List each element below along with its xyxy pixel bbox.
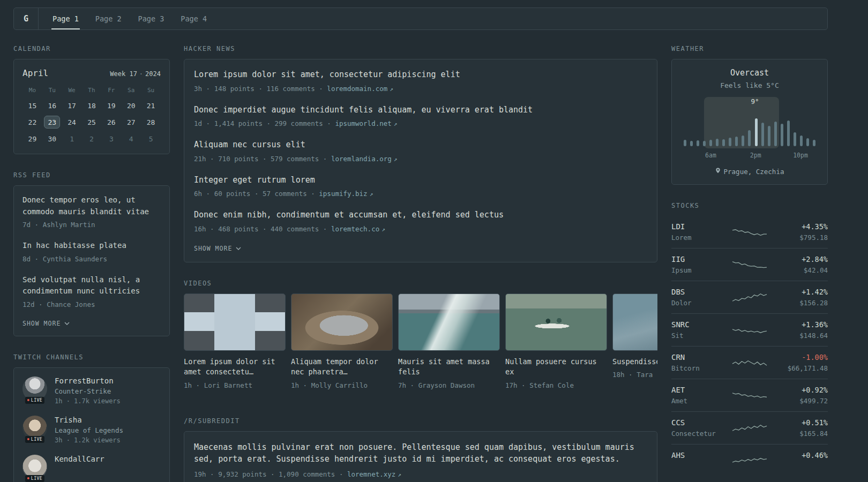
domain-text: loremdomain.com <box>327 85 387 93</box>
rss-item: Sed volutpat nulla nisl, a condimentum n… <box>23 274 161 310</box>
calendar-header: April Week 17·2024 <box>23 68 161 78</box>
post-domain-link[interactable]: loremnet.xyz↗ <box>347 470 401 478</box>
item-domain-link[interactable]: loremlandia.org↗ <box>331 155 398 163</box>
time-label: 10pm <box>793 152 808 159</box>
channel-game: League of Legends <box>55 426 123 434</box>
item-stats: 6h · 60 points · 57 comments · <box>194 190 315 198</box>
rss-item-title[interactable]: Sed volutpat nulla nisl, a condimentum n… <box>23 274 161 297</box>
calendar-year: 2024 <box>145 70 161 78</box>
show-more-label: SHOW MORE <box>23 320 61 327</box>
video-card[interactable]: Aliquam tempor dolor nec pharetra… 1h · … <box>291 293 393 389</box>
calendar-day: 27 <box>123 116 139 129</box>
calendar-day: 20 <box>123 99 139 112</box>
stock-symbol: AET <box>671 386 730 394</box>
twitch-channel-list: LIVE ForrestBurton Counter-Strike 1h · 1… <box>23 376 161 481</box>
rss-item-title[interactable]: Donec tempor eros leo, ut commodo mauris… <box>23 194 161 217</box>
stock-row[interactable]: SNRC Sit +1.36% $148.64 <box>671 313 828 346</box>
peak-temperature-label: 9° <box>751 97 759 106</box>
hackernews-item-title[interactable]: Donec imperdiet augue tincidunt felis al… <box>194 104 647 116</box>
calendar-day: 3 <box>103 132 119 145</box>
item-domain-link[interactable]: ipsumify.biz↗ <box>319 190 373 198</box>
page-tab[interactable]: Page 2 <box>94 8 123 29</box>
page-tab[interactable]: Page 3 <box>137 8 166 29</box>
rss-show-more-button[interactable]: SHOW MORE <box>23 320 70 327</box>
page-tabs: Page 1Page 2Page 3Page 4 <box>39 8 208 29</box>
weather-bar <box>742 135 744 146</box>
weather-bar <box>684 140 686 146</box>
live-dot-icon <box>27 477 29 479</box>
video-card[interactable]: Lorem ipsum dolor sit amet consectetu… 1… <box>184 293 286 389</box>
stock-row[interactable]: AHS +0.46% <box>671 444 828 476</box>
external-link-icon: ↗ <box>390 86 393 93</box>
calendar-card: April Week 17·2024 MoTuWeThFrSaSu 151617… <box>13 59 170 154</box>
hackernews-item-title[interactable]: Integer eget rutrum lorem <box>194 175 647 186</box>
rss-item-meta: 12d · Chance Jones <box>23 300 161 310</box>
weekday-label: We <box>69 87 76 94</box>
stock-row[interactable]: AET Amet +0.92% $499.72 <box>671 379 828 411</box>
twitch-channel-info: ForrestBurton Counter-Strike 1h · 1.7k v… <box>55 376 121 405</box>
chevron-down-icon <box>236 247 241 250</box>
chevron-down-icon <box>64 322 70 325</box>
weekday-label: Tu <box>49 87 56 94</box>
item-domain-link[interactable]: loremtech.co↗ <box>331 225 385 233</box>
weather-hourly-chart: 9° <box>683 97 817 148</box>
weather-bar <box>703 141 706 146</box>
calendar-day: 18 <box>84 99 100 112</box>
weekday-label: Mo <box>29 87 36 94</box>
avatar: LIVE <box>23 376 47 401</box>
stock-id: AET Amet <box>671 386 730 405</box>
calendar-day-grid: 1516171819202122232425262728293012345 <box>23 99 161 145</box>
weather-bar <box>794 132 796 146</box>
rss-item: In hac habitasse platea 8d · Cynthia Sau… <box>23 240 161 264</box>
time-label: 6am <box>705 152 716 159</box>
twitch-channel[interactable]: LIVE ForrestBurton Counter-Strike 1h · 1… <box>23 376 161 405</box>
page-tab[interactable]: Page 4 <box>179 8 208 29</box>
stock-name: Consectetur <box>671 430 730 438</box>
subreddit-post-title[interactable]: Maecenas mollis pulvinar erat non posuer… <box>194 441 647 465</box>
weekday-label: Su <box>147 87 154 94</box>
weather-time-labels: 6am 2pm 10pm <box>683 152 817 160</box>
hackernews-item-title[interactable]: Aliquam nec cursus elit <box>194 139 647 151</box>
calendar-day: 5 <box>143 132 159 145</box>
stock-row[interactable]: CCS Consectetur +0.51% $165.84 <box>671 411 828 444</box>
twitch-channel[interactable]: LIVE Trisha League of Legends 3h · 1.2k … <box>23 416 161 444</box>
page-tab[interactable]: Page 1 <box>51 8 80 29</box>
hackernews-item-title[interactable]: Donec enim nibh, condimentum et accumsan… <box>194 209 647 221</box>
stock-change: +0.51% <box>769 418 828 427</box>
hackernews-show-more-button[interactable]: SHOW MORE <box>194 245 241 252</box>
video-card[interactable]: Mauris sit amet massa felis 7h · Grayson… <box>398 293 500 389</box>
channel-name: KendallCarr <box>55 455 104 463</box>
calendar-day: 28 <box>143 116 159 129</box>
rss-item-title[interactable]: In hac habitasse platea <box>23 240 161 252</box>
weekday-label: Th <box>88 87 95 94</box>
stock-id: DBS Dolor <box>671 288 730 307</box>
channel-name: Trisha <box>55 416 123 424</box>
video-meta: 1h · Molly Carrillo <box>291 381 393 389</box>
stock-row[interactable]: LDI Lorem +4.35% $795.18 <box>671 216 828 248</box>
hackernews-item-title[interactable]: Lorem ipsum dolor sit amet, consectetur … <box>194 69 647 81</box>
item-domain-link[interactable]: loremdomain.com↗ <box>327 85 393 93</box>
stock-name <box>671 462 730 470</box>
weather-bar <box>697 140 699 146</box>
calendar-day: 30 <box>44 132 60 145</box>
stock-row[interactable]: CRN Bitcorn -1.00% $66,171.48 <box>671 346 828 379</box>
weather-bar <box>806 138 809 146</box>
stock-values: +1.36% $148.64 <box>769 320 828 340</box>
stock-values: +0.51% $165.84 <box>769 418 828 438</box>
stock-id: IIG Ipsum <box>671 255 730 274</box>
live-badge: LIVE <box>25 397 44 404</box>
weather-bar <box>787 120 790 146</box>
stock-change: +2.84% <box>769 255 828 263</box>
calendar-day: 4 <box>123 132 139 145</box>
topbar: G Page 1Page 2Page 3Page 4 <box>13 7 828 30</box>
weather-bar <box>709 140 712 146</box>
calendar-day: 15 <box>24 99 40 112</box>
video-card[interactable]: Suspendisse diam 18h · Tara <box>612 293 657 389</box>
weather-condition: Overcast <box>679 68 820 78</box>
weather-bar <box>800 135 803 146</box>
video-card[interactable]: Nullam posuere cursus ex 17h · Stefan Co… <box>505 293 607 389</box>
stock-row[interactable]: IIG Ipsum +2.84% $42.04 <box>671 248 828 281</box>
twitch-channel[interactable]: LIVE KendallCarr <box>23 455 161 481</box>
stock-row[interactable]: DBS Dolor +1.42% $156.28 <box>671 281 828 313</box>
item-domain-link[interactable]: ipsumworld.net↗ <box>335 119 397 127</box>
